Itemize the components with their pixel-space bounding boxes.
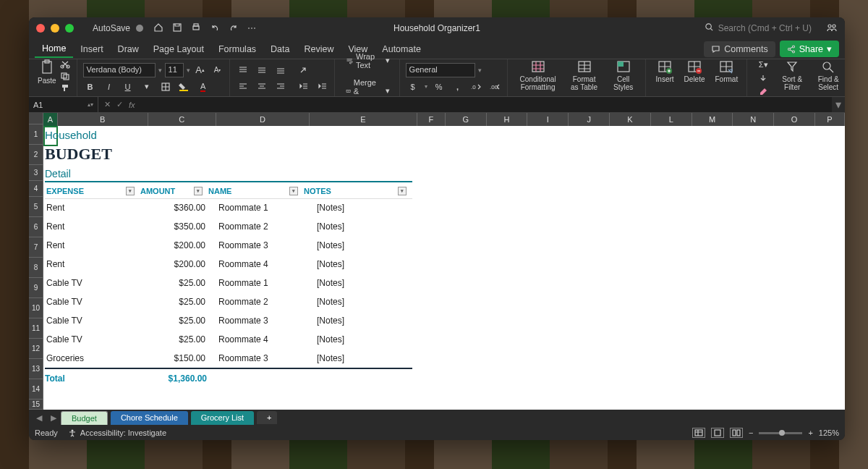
decrease-indent-icon[interactable] (297, 80, 311, 93)
row-header-8[interactable]: 8 (29, 258, 43, 278)
row-header-5[interactable]: 5 (29, 197, 43, 217)
row-header-11[interactable]: 11 (29, 318, 43, 339)
home-icon[interactable] (153, 22, 163, 35)
table-row[interactable]: Groceries$150.00Roommate 3[Notes] (45, 349, 412, 369)
sort-filter-button[interactable]: Sort & Filter (775, 59, 809, 96)
filter-amount-icon[interactable]: ▾ (194, 187, 203, 195)
bold-button[interactable]: B (83, 80, 98, 93)
collab-icon[interactable] (826, 22, 838, 35)
row-header-1[interactable]: 1 (29, 124, 43, 145)
redo-icon[interactable] (229, 22, 239, 35)
row-header-3[interactable]: 3 (29, 165, 43, 181)
underline-button[interactable]: U (121, 80, 135, 93)
col-header-G[interactable]: G (446, 113, 487, 126)
fill-icon[interactable] (756, 72, 770, 84)
ribbon-tab-data[interactable]: Data (263, 41, 297, 57)
decrease-decimal-icon[interactable]: .00 (488, 80, 503, 93)
row-header-12[interactable]: 12 (29, 339, 43, 359)
filter-expense-icon[interactable]: ▾ (126, 187, 135, 195)
accessibility-status[interactable]: Accessibility: Investigate (68, 428, 166, 437)
col-header-F[interactable]: F (417, 113, 446, 126)
italic-button[interactable]: I (102, 80, 116, 93)
align-bottom-icon[interactable] (273, 64, 288, 77)
col-header-I[interactable]: I (527, 113, 569, 126)
align-left-icon[interactable] (236, 80, 250, 93)
row-header-14[interactable]: 14 (29, 379, 43, 400)
row-header-9[interactable]: 9 (29, 278, 43, 298)
align-center-icon[interactable] (255, 80, 269, 93)
format-cells-button[interactable]: Format (711, 59, 743, 96)
col-header-M[interactable]: M (692, 113, 733, 126)
more-icon[interactable]: ⋯ (247, 23, 256, 33)
table-row[interactable]: Rent$200.00Roommate 3[Notes] (45, 236, 412, 255)
delete-cells-button[interactable]: Delete (680, 59, 710, 96)
add-sheet-button[interactable]: + (257, 411, 277, 424)
table-row[interactable]: Rent$350.00Roommate 2[Notes] (45, 217, 412, 236)
ribbon-tab-page-layout[interactable]: Page Layout (146, 41, 211, 57)
print-icon[interactable] (191, 22, 201, 35)
close-window-button[interactable] (36, 24, 45, 33)
comments-button[interactable]: Comments (704, 41, 775, 57)
col-header-A[interactable]: A (43, 113, 58, 126)
align-middle-icon[interactable] (255, 64, 269, 77)
autosave-label[interactable]: AutoSave (93, 23, 130, 33)
fx-icon[interactable]: fx (129, 101, 135, 109)
table-row[interactable]: Cable TV$25.00Roommate 3[Notes] (45, 311, 412, 330)
cancel-formula-icon[interactable]: ✕ (104, 100, 111, 109)
row-header-2[interactable]: 2 (29, 145, 43, 165)
table-row[interactable]: Rent$200.00Roommate 4[Notes] (45, 255, 412, 274)
col-header-K[interactable]: K (610, 113, 651, 126)
table-row[interactable]: Cable TV$25.00Roommate 4[Notes] (45, 330, 412, 349)
conditional-formatting-button[interactable]: Conditional Formatting (514, 59, 563, 96)
wrap-text-button[interactable]: Wrap Text ▾ (341, 49, 395, 72)
paste-button[interactable]: Paste (38, 59, 56, 96)
col-header-C[interactable]: C (148, 113, 216, 126)
row-header-13[interactable]: 13 (29, 359, 43, 379)
clear-icon[interactable] (756, 85, 770, 96)
enter-formula-icon[interactable]: ✓ (116, 100, 123, 109)
table-row[interactable]: Rent$360.00Roommate 1[Notes] (45, 198, 412, 217)
cell-styles-button[interactable]: Cell Styles (606, 59, 641, 96)
search-input[interactable]: Search (Cmd + Ctrl + U) (718, 23, 812, 33)
ribbon-tab-review[interactable]: Review (297, 41, 341, 57)
decrease-font-icon[interactable]: A▾ (210, 64, 225, 77)
font-color-button[interactable]: A (196, 80, 210, 93)
page-break-view-icon[interactable] (730, 428, 743, 438)
autosave-toggle[interactable] (136, 25, 143, 32)
find-select-button[interactable]: Find & Select (811, 59, 845, 96)
zoom-level[interactable]: 125% (819, 428, 839, 437)
font-name-select[interactable]: Verdana (Body) (83, 63, 156, 77)
strike-button[interactable]: ▾ (140, 80, 154, 93)
save-icon[interactable] (172, 22, 182, 35)
sheet-tab-grocery-list[interactable]: Grocery List (191, 411, 254, 425)
number-format-select[interactable]: General (406, 63, 475, 77)
page-layout-view-icon[interactable] (711, 428, 724, 438)
col-header-D[interactable]: D (216, 113, 310, 126)
search-icon[interactable] (705, 22, 714, 34)
row-header-4[interactable]: 4 (29, 181, 43, 197)
filter-notes-icon[interactable]: ▾ (398, 187, 407, 195)
col-header-O[interactable]: O (774, 113, 815, 126)
align-right-icon[interactable] (273, 80, 288, 93)
col-header-L[interactable]: L (651, 113, 692, 126)
ribbon-tab-formulas[interactable]: Formulas (211, 41, 263, 57)
row-header-7[interactable]: 7 (29, 237, 43, 258)
autosum-icon[interactable]: Σ▾ (756, 59, 770, 71)
col-header-N[interactable]: N (733, 113, 774, 126)
copy-icon[interactable] (58, 71, 72, 81)
comma-icon[interactable]: , (451, 80, 465, 93)
share-button[interactable]: Share ▾ (780, 41, 839, 57)
normal-view-icon[interactable] (692, 428, 705, 438)
maximize-window-button[interactable] (65, 24, 74, 33)
undo-icon[interactable] (210, 22, 220, 35)
increase-indent-icon[interactable] (315, 80, 330, 93)
tab-nav-prev-icon[interactable]: ◀ (32, 413, 46, 423)
border-button[interactable] (158, 80, 173, 93)
col-header-J[interactable]: J (569, 113, 610, 126)
percent-icon[interactable]: % (432, 80, 446, 93)
col-header-P[interactable]: P (815, 113, 845, 126)
increase-font-icon[interactable]: A▴ (193, 64, 208, 77)
ribbon-tab-insert[interactable]: Insert (73, 41, 110, 57)
row-header-10[interactable]: 10 (29, 298, 43, 318)
ribbon-tab-home[interactable]: Home (35, 41, 73, 58)
